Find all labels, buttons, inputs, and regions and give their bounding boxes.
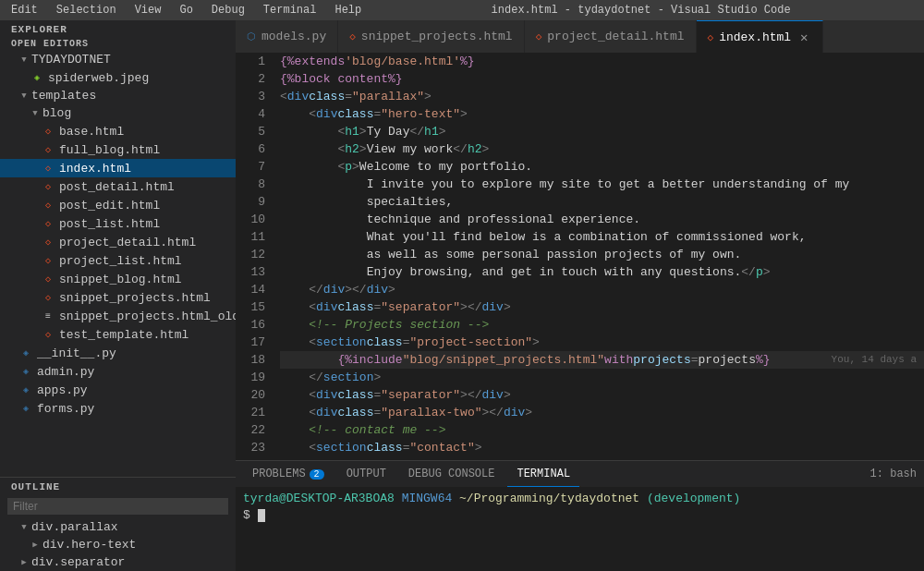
file-apps-py[interactable]: ◈ apps.py [0, 381, 236, 399]
outline-section: OUTLINE ▼ div.parallax ▶ div.hero-text ▶… [0, 477, 236, 571]
code-line-17: {% include "blog/snippet_projects.html" … [280, 351, 924, 369]
file-init-py[interactable]: ◈ __init__.py [0, 344, 236, 362]
filename: index.html [59, 162, 131, 176]
tab-label: snippet_projects.html [361, 30, 513, 43]
file-snippet-blog[interactable]: ◇ snippet_blog.html [0, 270, 236, 288]
file-base-html[interactable]: ◇ base.html [0, 122, 236, 140]
open-editors-title: OPEN EDITORS [0, 37, 236, 51]
file-project-detail[interactable]: ◇ project_detail.html [0, 233, 236, 251]
html-file-icon: ◇ [41, 253, 55, 268]
folder-templates[interactable]: ▼ templates [0, 87, 236, 104]
tab-project-detail[interactable]: ◇ project_detail.html [525, 20, 697, 53]
filename: post_edit.html [59, 199, 160, 213]
panel-tab-label: DEBUG CONSOLE [408, 468, 495, 480]
tab-label: index.html [719, 30, 791, 44]
tab-index-html[interactable]: ◇ index.html ✕ [697, 20, 824, 53]
menu-view[interactable]: View [131, 2, 165, 18]
filename: test_template.html [59, 328, 188, 342]
editor-area: ⬡ models.py ◇ snippet_projects.html ◇ pr… [236, 20, 924, 571]
problems-badge: 2 [310, 469, 324, 480]
filename: apps.py [37, 383, 88, 397]
code-line-12: Enjoy browsing, and get in touch with an… [280, 263, 924, 281]
code-line-6: <h2>View my work</h2> [280, 140, 924, 158]
file-test-template[interactable]: ◇ test_template.html [0, 325, 236, 344]
window-title: index.html - tydaydotnet - Visual Studio… [365, 4, 917, 17]
menu-selection[interactable]: Selection [53, 2, 120, 18]
html-file-icon: ◇ [41, 272, 55, 286]
py-file-icon: ◈ [18, 364, 33, 379]
filename: spiderweb.jpeg [48, 71, 149, 85]
html-tab-icon: ◇ [536, 30, 542, 43]
menu-edit[interactable]: Edit [7, 2, 42, 18]
code-line-19: <div class="separator"></div> [280, 386, 924, 404]
code-line-3: <div class="parallax"> [280, 88, 924, 105]
sidebar: EXPLORER OPEN EDITORS ▼ TYDAYDOTNET ◈ sp… [0, 20, 236, 571]
chevron-right-icon: ▶ [30, 540, 41, 551]
html-file-icon: ◇ [41, 327, 55, 342]
code-lines: {% extends 'blog/base.html' %} {% block … [273, 53, 924, 460]
file-post-edit[interactable]: ◇ post_edit.html [0, 196, 236, 214]
code-line-8: I invite you to explore my site to get a… [280, 176, 924, 211]
file-admin-py[interactable]: ◈ admin.py [0, 362, 236, 381]
outline-filter-input[interactable] [7, 498, 228, 515]
code-line-9: technique and professional experience. [280, 211, 924, 228]
html-file-icon: ◇ [41, 216, 55, 231]
outline-item-separator[interactable]: ▶ div.separator [0, 553, 236, 571]
menu-debug[interactable]: Debug [208, 2, 249, 18]
terminal-line-2: $ [243, 507, 917, 524]
code-line-22: <section class="contact"> [280, 439, 924, 456]
code-line-18: </section> [280, 369, 924, 386]
main-layout: EXPLORER OPEN EDITORS ▼ TYDAYDOTNET ◈ sp… [0, 20, 924, 571]
file-spiderweb[interactable]: ◈ spiderweb.jpeg [0, 68, 236, 87]
code-editor[interactable]: 12345 678910 1112131415 1617181920 21222… [236, 53, 924, 460]
file-post-list[interactable]: ◇ post_list.html [0, 214, 236, 233]
menu-terminal[interactable]: Terminal [260, 2, 321, 18]
file-forms-py[interactable]: ◈ forms.py [0, 399, 236, 418]
code-line-1: {% extends 'blog/base.html' %} [280, 53, 924, 70]
code-line-20: <div class="parallax-two"></div> [280, 404, 924, 421]
filename: forms.py [37, 402, 94, 416]
html-file-icon: ◇ [41, 290, 55, 305]
code-line-13: </div></div> [280, 281, 924, 298]
menu-go[interactable]: Go [176, 2, 196, 18]
menu-help[interactable]: Help [331, 2, 365, 18]
outline-title: OUTLINE [0, 478, 236, 494]
terminal-prompt-sign: $ [243, 508, 258, 522]
file-full-blog[interactable]: ◇ full_blog.html [0, 140, 236, 159]
tab-snippet-projects[interactable]: ◇ snippet_projects.html [338, 20, 524, 53]
code-line-23: <!-- <div class="contactform"> --> [280, 456, 924, 460]
html-file-icon: ◇ [41, 235, 55, 249]
bottom-panel: PROBLEMS 2 OUTPUT DEBUG CONSOLE TERMINAL… [236, 460, 924, 571]
outline-filter-container [0, 494, 236, 518]
file-post-detail[interactable]: ◇ post_detail.html [0, 177, 236, 196]
tab-models-py[interactable]: ⬡ models.py [236, 20, 338, 53]
outline-item-parallax[interactable]: ▼ div.parallax [0, 518, 236, 536]
panel-tabs: PROBLEMS 2 OUTPUT DEBUG CONSOLE TERMINAL… [236, 461, 924, 487]
file-icon: ◈ [30, 70, 44, 85]
file-index-html[interactable]: ◇ index.html [0, 159, 236, 177]
folder-blog[interactable]: ▼ blog [0, 104, 236, 122]
file-snippet-projects[interactable]: ◇ snippet_projects.html [0, 288, 236, 307]
html-file-icon: ◇ [41, 161, 55, 176]
code-line-2: {% block content %} [280, 70, 924, 88]
filename: project_detail.html [59, 236, 196, 249]
filename: full_blog.html [59, 143, 160, 157]
file-snippet-projects-old[interactable]: ≡ snippet_projects.html_old [0, 307, 236, 325]
filename: post_detail.html [59, 180, 175, 194]
git-annotation: You, 14 days a [832, 351, 917, 369]
outline-item-hero-text[interactable]: ▶ div.hero-text [0, 536, 236, 553]
panel-tab-terminal[interactable]: TERMINAL [507, 461, 579, 487]
file-project-list[interactable]: ◇ project_list.html [0, 251, 236, 270]
code-line-10: What you'll find below is a combination … [280, 228, 924, 246]
tab-close-button[interactable]: ✕ [796, 30, 811, 44]
panel-tab-debug-console[interactable]: DEBUG CONSOLE [399, 461, 505, 487]
code-line-21: <!-- contact me --> [280, 421, 924, 439]
terminal-content[interactable]: tyrda@DESKTOP-AR3BOA8 MINGW64 ~/Programm… [236, 487, 924, 571]
panel-tab-problems[interactable]: PROBLEMS 2 [243, 461, 334, 487]
code-line-7: <p>Welcome to my portfolio. [280, 158, 924, 176]
menu-bar[interactable]: Edit Selection View Go Debug Terminal He… [7, 2, 365, 18]
filename: __init__.py [37, 346, 116, 360]
project-label: TYDAYDOTNET [31, 53, 111, 67]
project-root[interactable]: ▼ TYDAYDOTNET [0, 51, 236, 68]
panel-tab-output[interactable]: OUTPUT [337, 461, 395, 487]
